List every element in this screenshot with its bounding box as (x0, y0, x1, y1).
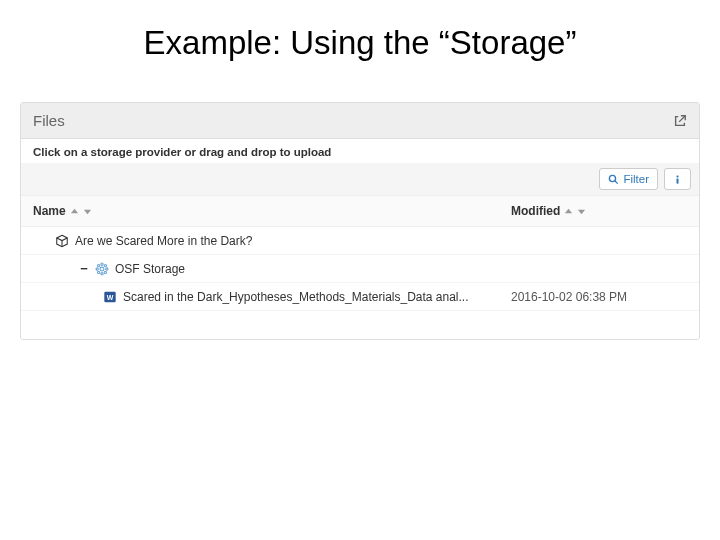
svg-point-4 (100, 267, 104, 271)
column-headers: Name Modified (21, 196, 699, 227)
column-name[interactable]: Name (21, 196, 499, 226)
svg-point-5 (101, 263, 103, 265)
empty-row (21, 311, 699, 339)
sort-desc-icon[interactable] (83, 207, 92, 216)
svg-point-6 (101, 272, 103, 274)
tree-item-modified (499, 264, 699, 274)
filter-button[interactable]: Filter (599, 168, 658, 190)
osf-provider-icon (95, 262, 109, 276)
column-modified[interactable]: Modified (499, 196, 699, 226)
svg-point-9 (97, 264, 99, 266)
info-icon (672, 174, 683, 185)
svg-point-12 (104, 271, 106, 273)
tree-item-label: Scared in the Dark_Hypotheses_Methods_Ma… (123, 290, 469, 304)
tree-row-file[interactable]: W Scared in the Dark_Hypotheses_Methods_… (21, 283, 699, 311)
column-name-label: Name (33, 204, 66, 218)
tree-item-label: Are we Scared More in the Dark? (75, 234, 252, 248)
column-modified-label: Modified (511, 204, 560, 218)
slide-title: Example: Using the “Storage” (0, 0, 720, 102)
files-panel: Files Click on a storage provider or dra… (20, 102, 700, 340)
collapse-icon[interactable]: − (79, 261, 89, 276)
sort-asc-icon[interactable] (70, 207, 79, 216)
svg-line-1 (615, 180, 618, 183)
svg-point-7 (96, 267, 98, 269)
toolbar: Filter (21, 163, 699, 196)
upload-instruction: Click on a storage provider or drag and … (21, 139, 699, 163)
tree-item-modified (499, 236, 699, 246)
search-icon (608, 174, 619, 185)
open-external-icon[interactable] (673, 114, 687, 128)
panel-title: Files (33, 112, 65, 129)
word-doc-icon: W (103, 290, 117, 304)
tree-item-label: OSF Storage (115, 262, 185, 276)
svg-point-11 (97, 271, 99, 273)
svg-point-0 (610, 175, 616, 181)
filter-button-label: Filter (623, 173, 649, 185)
tree-row-project[interactable]: Are we Scared More in the Dark? (21, 227, 699, 255)
tree-item-modified: 2016-10-02 06:38 PM (499, 285, 699, 309)
sort-asc-icon[interactable] (564, 207, 573, 216)
cube-icon (55, 234, 69, 248)
svg-rect-2 (676, 175, 678, 177)
svg-point-10 (104, 264, 106, 266)
svg-text:W: W (107, 294, 114, 301)
svg-rect-3 (676, 178, 678, 183)
file-tree: Are we Scared More in the Dark? − (21, 227, 699, 339)
sort-desc-icon[interactable] (577, 207, 586, 216)
panel-header: Files (21, 103, 699, 139)
tree-row-storage[interactable]: − OSF Storage (21, 255, 699, 283)
svg-point-8 (106, 267, 108, 269)
info-button[interactable] (664, 168, 691, 190)
